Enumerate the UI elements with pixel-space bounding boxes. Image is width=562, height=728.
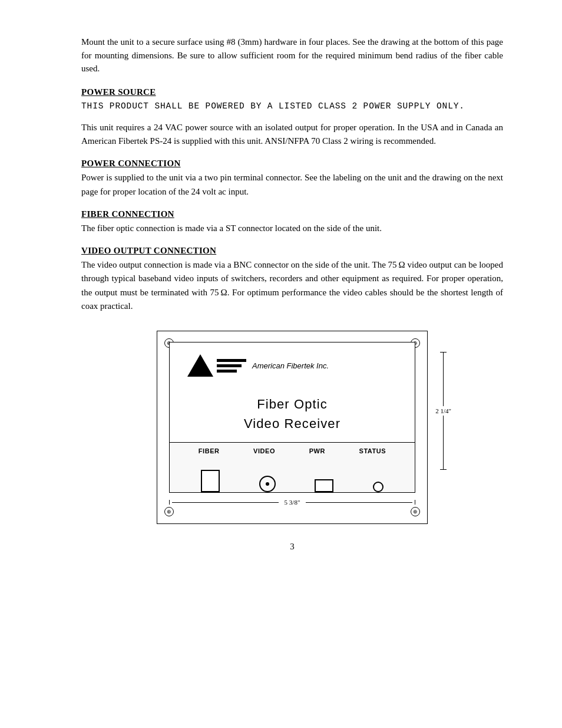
mount-hole-bl: ⊕ xyxy=(164,507,174,516)
connector-fiber xyxy=(201,470,220,492)
logo-triangle xyxy=(187,354,213,377)
dim-width-label: 5 3/8" xyxy=(281,499,304,506)
dim-tick-left xyxy=(169,500,170,505)
connector-status-led xyxy=(373,482,384,492)
connector-video-bnc xyxy=(259,476,276,492)
outer-mounting-plate: ⊕ ⊕ ⊕ ⊕ xyxy=(157,331,428,524)
dim-height-label: 2 1/4" xyxy=(435,406,451,416)
label-fiber: FIBER xyxy=(199,447,220,454)
connector-labels: FIBER VIDEO PWR STATUS xyxy=(170,445,415,457)
fiber-connection-body: The fiber optic connection is made via a… xyxy=(81,222,503,235)
dim-tick-bottom xyxy=(440,469,447,470)
dim-bottom-line: 5 3/8" xyxy=(169,499,415,506)
logo-line-1 xyxy=(217,359,246,362)
power-source-heading: POWER SOURCE xyxy=(81,87,503,97)
dim-h-line-left xyxy=(172,502,279,503)
device-title-line1: Fiber Optic xyxy=(170,394,415,414)
label-video: VIDEO xyxy=(253,447,275,454)
video-output-heading: VIDEO OUTPUT CONNECTION xyxy=(81,246,503,256)
logo-lines xyxy=(217,359,246,373)
intro-paragraph: Mount the unit to a secure surface using… xyxy=(81,35,503,75)
device-title: Fiber Optic Video Receiver xyxy=(170,383,415,442)
label-status: STATUS xyxy=(359,447,386,454)
fiber-connection-heading: FIBER CONNECTION xyxy=(81,209,503,219)
logo-line-2 xyxy=(217,364,242,367)
af-logo xyxy=(187,354,246,377)
power-source-body-primary: THIS PRODUCT SHALL BE POWERED BY A LISTE… xyxy=(81,100,503,113)
section-power-connection: POWER CONNECTION Power is supplied to th… xyxy=(81,159,503,199)
section-power-source: POWER SOURCE THIS PRODUCT SHALL BE POWER… xyxy=(81,87,503,149)
bnc-center xyxy=(266,482,269,486)
width-dimension: 5 3/8" xyxy=(169,499,415,506)
device-box: American Fibertek Inc. Fiber Optic Video… xyxy=(169,342,415,493)
power-connection-body: Power is supplied to the unit via a two … xyxy=(81,171,503,199)
page-number: 3 xyxy=(81,542,503,552)
label-pwr: PWR xyxy=(309,447,325,454)
power-source-body-secondary: This unit requires a 24 VAC power source… xyxy=(81,121,503,149)
logo-area: American Fibertek Inc. xyxy=(170,342,415,383)
power-connection-heading: POWER CONNECTION xyxy=(81,159,503,169)
diagram: ⊕ ⊕ ⊕ ⊕ xyxy=(81,331,503,524)
logo-line-3 xyxy=(217,370,237,373)
mount-hole-br: ⊕ xyxy=(411,507,420,516)
company-name: American Fibertek Inc. xyxy=(252,361,329,370)
bottom-panel: FIBER VIDEO PWR STATUS xyxy=(170,442,415,492)
connector-pwr xyxy=(315,479,333,492)
dim-vline-bottom xyxy=(443,416,444,469)
dim-h-line-right xyxy=(306,502,412,503)
height-dimension: 2 1/4" xyxy=(435,352,451,470)
section-video-output-connection: VIDEO OUTPUT CONNECTION The video output… xyxy=(81,246,503,313)
diagram-wrapper: ⊕ ⊕ ⊕ ⊕ xyxy=(127,331,457,524)
dim-vline-top xyxy=(443,353,444,406)
section-fiber-connection: FIBER CONNECTION The fiber optic connect… xyxy=(81,209,503,235)
device-title-line2: Video Receiver xyxy=(170,414,415,433)
dim-tick-right xyxy=(415,500,415,505)
page: Mount the unit to a secure surface using… xyxy=(0,0,562,728)
connectors-row xyxy=(170,457,415,492)
video-output-body: The video output connection is made via … xyxy=(81,258,503,313)
